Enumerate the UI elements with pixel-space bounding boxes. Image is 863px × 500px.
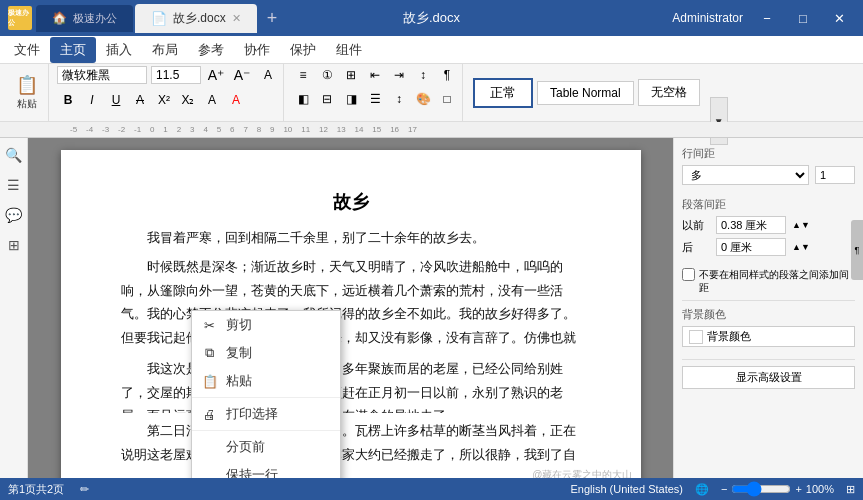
- sidebar-comment-icon[interactable]: 💬: [3, 204, 25, 226]
- tab-close-btn[interactable]: ✕: [232, 12, 241, 25]
- word-count-icon: ✏: [80, 483, 89, 496]
- ctx-cut[interactable]: ✂ 剪切: [192, 311, 340, 339]
- status-right: English (United States) 🌐 − + 100% ⊞: [570, 481, 855, 497]
- font-shrink-btn[interactable]: A⁻: [231, 64, 253, 86]
- ctx-print[interactable]: 🖨 打印选择: [192, 400, 340, 428]
- style-no-space[interactable]: 无空格: [638, 79, 700, 106]
- before-label: 以前: [682, 218, 710, 233]
- sidebar-search-icon[interactable]: 🔍: [3, 144, 25, 166]
- paste-icon: 📋: [16, 74, 38, 96]
- menu-insert[interactable]: 插入: [96, 37, 142, 63]
- sidebar-track-icon[interactable]: ⊞: [3, 234, 25, 256]
- ctx-copy[interactable]: ⧉ 复制: [192, 339, 340, 367]
- ctx-print-icon: 🖨: [202, 407, 218, 422]
- align-center-btn[interactable]: ⊟: [316, 88, 338, 110]
- ctx-page-break[interactable]: 分页前: [192, 433, 340, 461]
- outline-list-btn[interactable]: ⊞: [340, 64, 362, 86]
- align-justify-btn[interactable]: ☰: [364, 88, 386, 110]
- doc-title: 故乡: [121, 190, 581, 214]
- show-marks-btn[interactable]: ¶: [436, 64, 458, 86]
- close-btn[interactable]: ✕: [823, 4, 855, 32]
- italic-btn[interactable]: I: [81, 89, 103, 111]
- underline-btn[interactable]: U: [105, 89, 127, 111]
- line-spacing-input[interactable]: [815, 166, 855, 184]
- sort-btn[interactable]: ↕: [412, 64, 434, 86]
- paste-label: 粘贴: [17, 97, 37, 111]
- font-row-2: B I U A X² X₂ A A: [57, 89, 247, 111]
- bg-color-label: 背景颜色: [682, 307, 855, 322]
- doc-area[interactable]: 故乡 我冒着严寒，回到相隔二千余里，别了二十余年的故乡去。 时候既然是深冬；渐近…: [28, 138, 673, 478]
- new-tab-btn[interactable]: +: [259, 8, 286, 29]
- align-left-btn[interactable]: ◧: [292, 88, 314, 110]
- align-right-btn[interactable]: ◨: [340, 88, 362, 110]
- maximize-btn[interactable]: □: [787, 4, 819, 32]
- color-swatch: [689, 330, 703, 344]
- zoom-in-btn[interactable]: +: [795, 483, 801, 495]
- font-grow-btn[interactable]: A⁺: [205, 64, 227, 86]
- shading-btn[interactable]: 🎨: [412, 88, 434, 110]
- ctx-paste[interactable]: 📋 粘贴: [192, 367, 340, 395]
- same-style-checkbox-row: 不要在相同样式的段落之间添加间距: [682, 268, 855, 294]
- panel-divider-2: [682, 359, 855, 360]
- font-name-input[interactable]: [57, 66, 147, 84]
- line-spacing-select[interactable]: 多 单倍 1.5倍 双倍: [682, 165, 809, 185]
- doc-paragraph-4: 第二日清早起我到了我家的门口了。瓦楞上许多枯草的断茎当风抖着，正在说明这老屋难免…: [121, 419, 581, 471]
- font-color-btn[interactable]: A: [225, 89, 247, 111]
- menu-layout[interactable]: 布局: [142, 37, 188, 63]
- window-controls: − □ ✕: [751, 4, 855, 32]
- right-panel-collapse-btn[interactable]: ¶: [851, 220, 863, 280]
- zoom-level: 100%: [806, 483, 834, 495]
- style-normal[interactable]: 正常: [473, 78, 533, 108]
- fit-btn[interactable]: ⊞: [846, 483, 855, 496]
- tab-doc[interactable]: 📄 故乡.docx ✕: [135, 4, 257, 33]
- bg-color-btn[interactable]: 背景颜色: [682, 326, 855, 347]
- after-label: 后: [682, 240, 710, 255]
- menu-reference[interactable]: 参考: [188, 37, 234, 63]
- menu-collaborate[interactable]: 协作: [234, 37, 280, 63]
- minimize-btn[interactable]: −: [751, 4, 783, 32]
- font-size-input[interactable]: [151, 66, 201, 84]
- ctx-page-break-label: 分页前: [226, 438, 265, 456]
- menu-protect[interactable]: 保护: [280, 37, 326, 63]
- menu-file[interactable]: 文件: [4, 37, 50, 63]
- numbered-list-btn[interactable]: ①: [316, 64, 338, 86]
- ctx-copy-label: 复制: [226, 344, 252, 362]
- tab-home-icon: 🏠: [52, 11, 67, 25]
- collapse-icon: ¶: [855, 245, 860, 255]
- subscript-btn[interactable]: X₂: [177, 89, 199, 111]
- paste-btn[interactable]: 📋 粘贴: [10, 70, 44, 115]
- doc-paragraph-1: 我冒着严寒，回到相隔二千余里，别了二十余年的故乡去。: [121, 226, 581, 249]
- sidebar-toc-icon[interactable]: ☰: [3, 174, 25, 196]
- status-bar: 第1页共2页 ✏ English (United States) 🌐 − + 1…: [0, 478, 863, 500]
- advanced-settings-btn[interactable]: 显示高级设置: [682, 366, 855, 389]
- doc-page[interactable]: 故乡 我冒着严寒，回到相隔二千余里，别了二十余年的故乡去。 时候既然是深冬；渐近…: [61, 150, 641, 478]
- after-unit: ▲▼: [792, 242, 810, 252]
- border-btn[interactable]: □: [436, 88, 458, 110]
- before-spacing-input[interactable]: [716, 216, 786, 234]
- line-spacing-btn[interactable]: ↕: [388, 88, 410, 110]
- bullet-list-btn[interactable]: ≡: [292, 64, 314, 86]
- after-spacing-input[interactable]: [716, 238, 786, 256]
- zoom-out-btn[interactable]: −: [721, 483, 727, 495]
- superscript-btn[interactable]: X²: [153, 89, 175, 111]
- ctx-keep-line[interactable]: 保持一行: [192, 461, 340, 478]
- language-label: English (United States): [570, 483, 683, 495]
- title-bar: 极速办公 🏠 极速办公 📄 故乡.docx ✕ + 故乡.docx Admini…: [0, 0, 863, 36]
- same-style-checkbox[interactable]: [682, 268, 695, 281]
- toolbar-font-group: A⁺ A⁻ A B I U A X² X₂ A A: [53, 64, 284, 121]
- bold-btn[interactable]: B: [57, 89, 79, 111]
- strikethrough-btn[interactable]: A: [129, 89, 151, 111]
- ctx-divider-1: [192, 397, 340, 398]
- menu-components[interactable]: 组件: [326, 37, 372, 63]
- indent-increase-btn[interactable]: ⇥: [388, 64, 410, 86]
- menu-home[interactable]: 主页: [50, 37, 96, 63]
- indent-decrease-btn[interactable]: ⇤: [364, 64, 386, 86]
- toolbar: 📋 粘贴 A⁺ A⁻ A B I U A X² X₂ A A ≡ ① ⊞ ⇤: [0, 64, 863, 122]
- tab-home[interactable]: 🏠 极速办公: [36, 5, 133, 32]
- highlight-btn[interactable]: A: [201, 89, 223, 111]
- zoom-slider[interactable]: [731, 481, 791, 497]
- lang-icon: 🌐: [695, 483, 709, 496]
- style-table-normal[interactable]: Table Normal: [537, 81, 634, 105]
- font-clear-btn[interactable]: A: [257, 64, 279, 86]
- style-presets-group: 正常 Table Normal 无空格: [467, 78, 706, 108]
